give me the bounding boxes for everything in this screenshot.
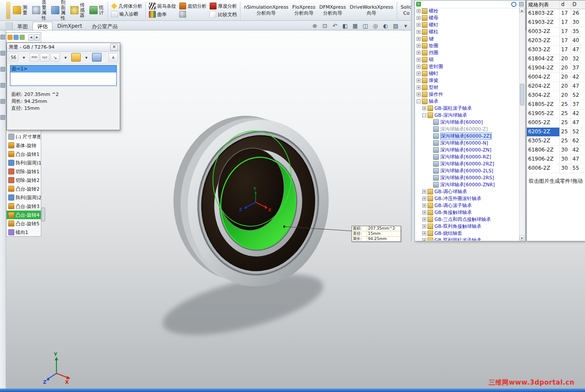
- refresh-icon[interactable]: ↻: [416, 2, 421, 7]
- parts-tree-item[interactable]: +GB-冲压外圈滚针轴承: [415, 195, 519, 202]
- spec-cell[interactable]: 6205-2Z: [527, 128, 560, 136]
- spec-cell[interactable]: 25: [560, 119, 571, 127]
- feature-tree-item[interactable]: 凸台-旋转4: [7, 211, 41, 219]
- collapse-dialog-icon[interactable]: ∧: [108, 53, 118, 62]
- spec-row[interactable]: 6005-2Z2547: [527, 119, 585, 128]
- undercut-analysis-button[interactable]: 底切分析: [178, 3, 208, 10]
- dfmxpress-button[interactable]: DFMXpress 分析向导: [318, 1, 348, 20]
- feature-tree-item[interactable]: 基体-旋转: [7, 141, 41, 150]
- spec-row[interactable]: 61806-2Z3042: [527, 146, 585, 155]
- tree-back-icon[interactable]: ◀: [28, 34, 34, 41]
- parts-tree-item[interactable]: +操作件: [415, 91, 519, 98]
- parts-tree-item[interactable]: +铆钉: [415, 70, 519, 77]
- spec-cell[interactable]: 30: [560, 146, 571, 155]
- spec-cell[interactable]: 25: [560, 137, 571, 145]
- spec-row[interactable]: 61805-2Z2537: [527, 100, 585, 109]
- parts-tree-item[interactable]: 深沟球轴承[60000-ZN]: [415, 146, 519, 153]
- save-icon[interactable]: [92, 53, 102, 62]
- expand-node-icon[interactable]: +: [417, 92, 421, 96]
- spec-cell[interactable]: 17: [560, 36, 571, 45]
- spec-cell[interactable]: 25: [560, 128, 571, 136]
- spec-cell[interactable]: 6003-2Z: [527, 27, 560, 36]
- parts-tree-item[interactable]: 深沟球轴承[60000-N]: [415, 139, 519, 146]
- spec-header-cell[interactable]: D: [571, 0, 585, 9]
- spec-cell[interactable]: 37: [571, 64, 585, 72]
- view-orientation-icon[interactable]: ▦: [351, 22, 359, 30]
- parts-tree-item[interactable]: +垫圈: [415, 42, 519, 49]
- spec-row[interactable]: 6303-2Z1747: [527, 46, 585, 55]
- spec-cell[interactable]: 6303-2Z: [527, 46, 560, 54]
- spec-cell[interactable]: 17: [560, 27, 571, 36]
- scroll-up-icon[interactable]: ▲: [519, 7, 524, 13]
- spec-cell[interactable]: 6005-2Z: [527, 119, 560, 127]
- empty-selection-row[interactable]: [10, 72, 116, 79]
- spec-cell[interactable]: 6006-2Z: [527, 164, 560, 173]
- tab-sketch[interactable]: 草图: [13, 22, 33, 30]
- spec-row[interactable]: 6006-2Z3055: [527, 164, 585, 173]
- spec-cell[interactable]: 61805-2Z: [527, 100, 560, 109]
- compare-documents-button[interactable]: 比较文档: [208, 11, 238, 18]
- spec-row[interactable]: 61906-2Z3047: [527, 155, 585, 164]
- collapse-node-icon[interactable]: -: [422, 113, 426, 117]
- spec-cell[interactable]: 61804-2Z: [527, 55, 560, 63]
- spec-cell[interactable]: 61905-2Z: [527, 109, 560, 118]
- feature-tree-item[interactable]: 切除-旋转1: [7, 167, 41, 176]
- spec-row[interactable]: 61803-2Z1726: [527, 9, 585, 18]
- expand-node-icon[interactable]: +: [422, 211, 426, 214]
- scrollbar-thumb[interactable]: [520, 84, 524, 105]
- expand-node-icon[interactable]: +: [417, 30, 421, 34]
- arc-measure-icon[interactable]: 56: [9, 53, 18, 62]
- units-precision-icon[interactable]: mm: [30, 53, 39, 62]
- parts-tree-item[interactable]: 深沟球轴承[60000-2LS]: [415, 167, 519, 174]
- spec-cell[interactable]: 35: [571, 27, 585, 36]
- parts-tree-item[interactable]: +GB-双列圆柱滚子轴承: [415, 237, 519, 240]
- feature-tree-item[interactable]: 阵列(圆周)2: [7, 193, 41, 202]
- spec-cell[interactable]: 20: [560, 91, 571, 100]
- spec-cell[interactable]: 20: [560, 73, 571, 82]
- spec-cell[interactable]: 61903-2Z: [527, 18, 560, 27]
- spec-cell[interactable]: 6304-2Z: [527, 91, 560, 100]
- thickness-analysis-button[interactable]: 厚度分析: [208, 3, 238, 10]
- driveworksxpress-button[interactable]: DriveWorksXpress 向导: [348, 1, 395, 20]
- parts-tree-item[interactable]: -GB-深沟球轴承: [415, 112, 519, 119]
- parts-tree-item[interactable]: -轴承: [415, 98, 519, 105]
- expand-node-icon[interactable]: +: [417, 58, 421, 62]
- parts-tree-item[interactable]: 深沟球轴承[60000-ZNR]: [415, 181, 519, 188]
- floxpress-button[interactable]: FloXpress 分析向导: [291, 1, 317, 20]
- parting-line-analysis-button[interactable]: [178, 11, 208, 18]
- tree-forward-icon[interactable]: ▶: [34, 34, 40, 41]
- expand-node-icon[interactable]: +: [417, 9, 421, 13]
- tab-evaluate[interactable]: 评估: [33, 22, 53, 30]
- spec-cell[interactable]: 25: [560, 100, 571, 109]
- measure-dialog[interactable]: 测量 - GB / T276-94 × 56 ▾ mm xyz ↘ ▾ ▾ ∧ …: [7, 43, 120, 130]
- expand-node-icon[interactable]: +: [417, 79, 421, 82]
- expand-node-icon[interactable]: +: [417, 37, 421, 41]
- parts-tree-item[interactable]: 深沟球轴承[60000-2RZ]: [415, 160, 519, 167]
- left-toolbar-icon[interactable]: [0, 35, 5, 40]
- parts-tree-item[interactable]: +螺栓: [415, 7, 519, 14]
- spec-cell[interactable]: 47: [571, 46, 585, 54]
- simulationxpress-button[interactable]: nSimulationXpress 分析向导: [242, 1, 290, 20]
- expand-node-icon[interactable]: +: [422, 224, 426, 228]
- spec-row[interactable]: 6203-2Z1740: [527, 36, 585, 46]
- measure-selection-list[interactable]: 面<1>: [10, 65, 117, 86]
- expand-node-icon[interactable]: +: [417, 72, 421, 76]
- spec-cell[interactable]: 42: [571, 109, 585, 118]
- tab-dimxpert[interactable]: DimXpert: [53, 22, 87, 30]
- point-caret-icon[interactable]: ▾: [61, 53, 70, 62]
- spec-cell[interactable]: 6305-2Z: [527, 137, 560, 145]
- spec-row[interactable]: 61904-2Z2037: [527, 64, 585, 73]
- parts-tree-item[interactable]: +螺钉: [415, 21, 519, 28]
- spec-cell[interactable]: 47: [571, 155, 585, 164]
- featuremanager-tab-icon[interactable]: [7, 35, 13, 40]
- feature-tree-item[interactable]: 阵列(圆周)1: [7, 158, 41, 167]
- expand-node-icon[interactable]: +: [422, 197, 426, 201]
- selected-entity-row[interactable]: 面<1>: [10, 66, 116, 72]
- expand-node-icon[interactable]: +: [417, 16, 421, 20]
- left-toolbar-icon[interactable]: [0, 67, 5, 72]
- scroll-down-icon[interactable]: ▼: [519, 235, 524, 240]
- spec-row[interactable]: 6205-2Z2552: [527, 128, 585, 137]
- parts-tree-item[interactable]: 深沟球轴承[60000-2RS]: [415, 174, 519, 181]
- left-toolbar-icon[interactable]: [0, 83, 5, 88]
- spec-cell[interactable]: 30: [560, 155, 571, 164]
